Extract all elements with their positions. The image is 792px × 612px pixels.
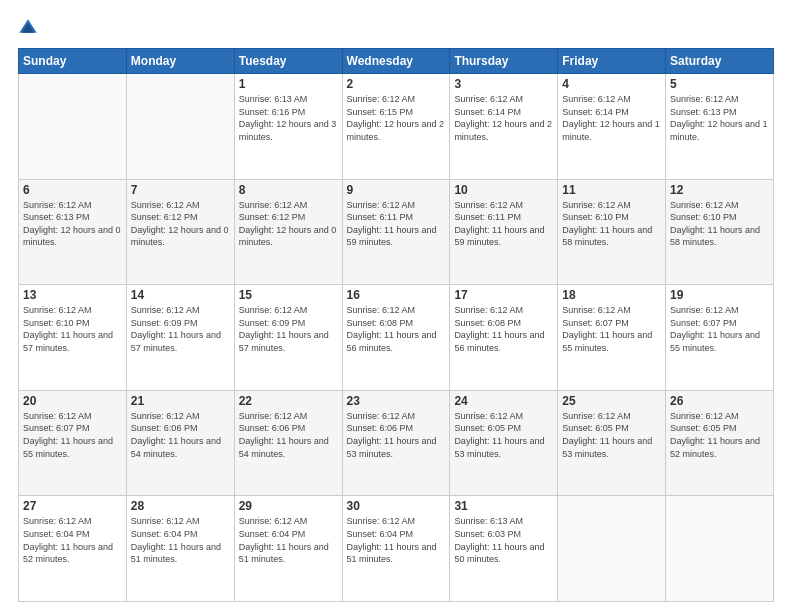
day-number: 3 <box>454 77 553 91</box>
day-number: 17 <box>454 288 553 302</box>
day-info: Sunrise: 6:12 AMSunset: 6:06 PMDaylight:… <box>239 410 338 460</box>
weekday-sunday: Sunday <box>19 49 127 74</box>
day-cell: 17Sunrise: 6:12 AMSunset: 6:08 PMDayligh… <box>450 285 558 391</box>
day-number: 24 <box>454 394 553 408</box>
day-cell: 25Sunrise: 6:12 AMSunset: 6:05 PMDayligh… <box>558 390 666 496</box>
day-info: Sunrise: 6:12 AMSunset: 6:04 PMDaylight:… <box>131 515 230 565</box>
day-cell: 29Sunrise: 6:12 AMSunset: 6:04 PMDayligh… <box>234 496 342 602</box>
day-info: Sunrise: 6:12 AMSunset: 6:08 PMDaylight:… <box>454 304 553 354</box>
day-number: 15 <box>239 288 338 302</box>
header <box>18 18 774 38</box>
day-info: Sunrise: 6:12 AMSunset: 6:11 PMDaylight:… <box>347 199 446 249</box>
day-info: Sunrise: 6:13 AMSunset: 6:03 PMDaylight:… <box>454 515 553 565</box>
day-cell: 6Sunrise: 6:12 AMSunset: 6:13 PMDaylight… <box>19 179 127 285</box>
day-number: 23 <box>347 394 446 408</box>
week-row-3: 13Sunrise: 6:12 AMSunset: 6:10 PMDayligh… <box>19 285 774 391</box>
day-cell: 4Sunrise: 6:12 AMSunset: 6:14 PMDaylight… <box>558 74 666 180</box>
day-info: Sunrise: 6:12 AMSunset: 6:07 PMDaylight:… <box>562 304 661 354</box>
day-info: Sunrise: 6:13 AMSunset: 6:16 PMDaylight:… <box>239 93 338 143</box>
weekday-header-row: SundayMondayTuesdayWednesdayThursdayFrid… <box>19 49 774 74</box>
day-cell: 3Sunrise: 6:12 AMSunset: 6:14 PMDaylight… <box>450 74 558 180</box>
day-info: Sunrise: 6:12 AMSunset: 6:05 PMDaylight:… <box>670 410 769 460</box>
day-number: 13 <box>23 288 122 302</box>
calendar: SundayMondayTuesdayWednesdayThursdayFrid… <box>18 48 774 602</box>
day-info: Sunrise: 6:12 AMSunset: 6:04 PMDaylight:… <box>347 515 446 565</box>
day-info: Sunrise: 6:12 AMSunset: 6:07 PMDaylight:… <box>23 410 122 460</box>
weekday-friday: Friday <box>558 49 666 74</box>
day-number: 27 <box>23 499 122 513</box>
day-number: 1 <box>239 77 338 91</box>
day-cell: 14Sunrise: 6:12 AMSunset: 6:09 PMDayligh… <box>126 285 234 391</box>
day-cell: 28Sunrise: 6:12 AMSunset: 6:04 PMDayligh… <box>126 496 234 602</box>
day-number: 6 <box>23 183 122 197</box>
day-cell: 11Sunrise: 6:12 AMSunset: 6:10 PMDayligh… <box>558 179 666 285</box>
logo <box>18 18 42 38</box>
day-cell: 12Sunrise: 6:12 AMSunset: 6:10 PMDayligh… <box>666 179 774 285</box>
day-number: 8 <box>239 183 338 197</box>
day-info: Sunrise: 6:12 AMSunset: 6:04 PMDaylight:… <box>239 515 338 565</box>
day-number: 12 <box>670 183 769 197</box>
day-cell: 5Sunrise: 6:12 AMSunset: 6:13 PMDaylight… <box>666 74 774 180</box>
day-info: Sunrise: 6:12 AMSunset: 6:13 PMDaylight:… <box>670 93 769 143</box>
day-info: Sunrise: 6:12 AMSunset: 6:06 PMDaylight:… <box>131 410 230 460</box>
day-info: Sunrise: 6:12 AMSunset: 6:06 PMDaylight:… <box>347 410 446 460</box>
day-cell: 24Sunrise: 6:12 AMSunset: 6:05 PMDayligh… <box>450 390 558 496</box>
day-cell: 2Sunrise: 6:12 AMSunset: 6:15 PMDaylight… <box>342 74 450 180</box>
day-info: Sunrise: 6:12 AMSunset: 6:07 PMDaylight:… <box>670 304 769 354</box>
day-info: Sunrise: 6:12 AMSunset: 6:13 PMDaylight:… <box>23 199 122 249</box>
day-number: 2 <box>347 77 446 91</box>
weekday-saturday: Saturday <box>666 49 774 74</box>
day-number: 30 <box>347 499 446 513</box>
day-number: 9 <box>347 183 446 197</box>
day-info: Sunrise: 6:12 AMSunset: 6:10 PMDaylight:… <box>670 199 769 249</box>
day-info: Sunrise: 6:12 AMSunset: 6:14 PMDaylight:… <box>562 93 661 143</box>
weekday-monday: Monday <box>126 49 234 74</box>
day-number: 16 <box>347 288 446 302</box>
day-cell: 26Sunrise: 6:12 AMSunset: 6:05 PMDayligh… <box>666 390 774 496</box>
day-cell: 31Sunrise: 6:13 AMSunset: 6:03 PMDayligh… <box>450 496 558 602</box>
day-cell: 21Sunrise: 6:12 AMSunset: 6:06 PMDayligh… <box>126 390 234 496</box>
day-cell <box>126 74 234 180</box>
day-number: 19 <box>670 288 769 302</box>
day-number: 22 <box>239 394 338 408</box>
day-info: Sunrise: 6:12 AMSunset: 6:10 PMDaylight:… <box>562 199 661 249</box>
day-info: Sunrise: 6:12 AMSunset: 6:12 PMDaylight:… <box>239 199 338 249</box>
day-cell: 27Sunrise: 6:12 AMSunset: 6:04 PMDayligh… <box>19 496 127 602</box>
day-cell: 22Sunrise: 6:12 AMSunset: 6:06 PMDayligh… <box>234 390 342 496</box>
day-number: 5 <box>670 77 769 91</box>
day-number: 18 <box>562 288 661 302</box>
day-info: Sunrise: 6:12 AMSunset: 6:05 PMDaylight:… <box>562 410 661 460</box>
day-cell: 7Sunrise: 6:12 AMSunset: 6:12 PMDaylight… <box>126 179 234 285</box>
day-info: Sunrise: 6:12 AMSunset: 6:10 PMDaylight:… <box>23 304 122 354</box>
day-info: Sunrise: 6:12 AMSunset: 6:11 PMDaylight:… <box>454 199 553 249</box>
day-info: Sunrise: 6:12 AMSunset: 6:15 PMDaylight:… <box>347 93 446 143</box>
day-info: Sunrise: 6:12 AMSunset: 6:04 PMDaylight:… <box>23 515 122 565</box>
day-number: 4 <box>562 77 661 91</box>
day-number: 31 <box>454 499 553 513</box>
day-info: Sunrise: 6:12 AMSunset: 6:08 PMDaylight:… <box>347 304 446 354</box>
week-row-1: 1Sunrise: 6:13 AMSunset: 6:16 PMDaylight… <box>19 74 774 180</box>
day-cell: 20Sunrise: 6:12 AMSunset: 6:07 PMDayligh… <box>19 390 127 496</box>
week-row-4: 20Sunrise: 6:12 AMSunset: 6:07 PMDayligh… <box>19 390 774 496</box>
day-cell: 19Sunrise: 6:12 AMSunset: 6:07 PMDayligh… <box>666 285 774 391</box>
day-cell: 13Sunrise: 6:12 AMSunset: 6:10 PMDayligh… <box>19 285 127 391</box>
day-number: 20 <box>23 394 122 408</box>
day-info: Sunrise: 6:12 AMSunset: 6:14 PMDaylight:… <box>454 93 553 143</box>
day-cell: 8Sunrise: 6:12 AMSunset: 6:12 PMDaylight… <box>234 179 342 285</box>
day-cell: 1Sunrise: 6:13 AMSunset: 6:16 PMDaylight… <box>234 74 342 180</box>
day-info: Sunrise: 6:12 AMSunset: 6:09 PMDaylight:… <box>131 304 230 354</box>
day-number: 10 <box>454 183 553 197</box>
day-cell: 10Sunrise: 6:12 AMSunset: 6:11 PMDayligh… <box>450 179 558 285</box>
day-cell <box>558 496 666 602</box>
week-row-5: 27Sunrise: 6:12 AMSunset: 6:04 PMDayligh… <box>19 496 774 602</box>
day-cell: 23Sunrise: 6:12 AMSunset: 6:06 PMDayligh… <box>342 390 450 496</box>
weekday-tuesday: Tuesday <box>234 49 342 74</box>
day-info: Sunrise: 6:12 AMSunset: 6:05 PMDaylight:… <box>454 410 553 460</box>
day-cell: 9Sunrise: 6:12 AMSunset: 6:11 PMDaylight… <box>342 179 450 285</box>
day-cell: 30Sunrise: 6:12 AMSunset: 6:04 PMDayligh… <box>342 496 450 602</box>
day-number: 7 <box>131 183 230 197</box>
day-number: 25 <box>562 394 661 408</box>
logo-icon <box>18 18 38 38</box>
day-info: Sunrise: 6:12 AMSunset: 6:12 PMDaylight:… <box>131 199 230 249</box>
day-number: 29 <box>239 499 338 513</box>
